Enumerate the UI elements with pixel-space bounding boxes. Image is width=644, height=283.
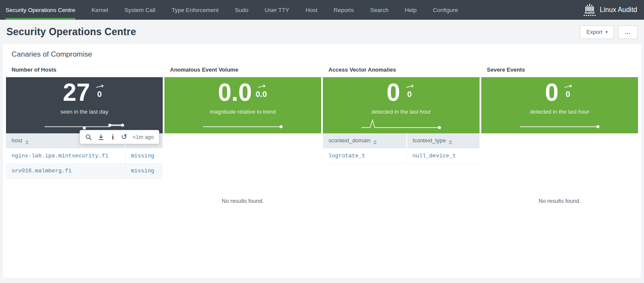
nav-item-configure[interactable]: Configure (433, 0, 458, 20)
nav-item-host[interactable]: Host (305, 0, 317, 20)
panel-title: Severe Events (481, 64, 638, 77)
no-results-message: No results found. (481, 133, 638, 204)
panel-hover-toolbar: i ↺ <1m ago (80, 130, 159, 144)
refresh-icon[interactable]: ↺ (121, 133, 127, 141)
nav-item-security-operations-centre[interactable]: Security Operations Centre (6, 0, 75, 20)
panel-title: Anomalous Event Volume (164, 64, 321, 77)
kpi-subtitle: detected in the last hour (530, 108, 590, 115)
trend-arrow-icon: → (253, 78, 268, 91)
sparkline-chart (203, 119, 283, 132)
nav-item-user-tty[interactable]: User TTY (265, 0, 289, 20)
kpi-subtitle: magnitude relative to trend (210, 108, 276, 115)
kpi-access-vector-anomalies[interactable]: 0 → 0 detected in the last hour (323, 77, 480, 133)
chevron-down-icon: ▾ (605, 30, 608, 34)
column-header-tcontext-type[interactable]: tcontext_type (407, 133, 480, 148)
anomalies-table: scontext_domain tcontext_type logrotate_… (323, 133, 480, 164)
kpi-subtitle: detected in the last hour (372, 108, 431, 115)
results-anomalous-event-volume: No results found. (164, 133, 321, 278)
search-icon[interactable] (85, 133, 92, 141)
kpi-value: 27 (63, 80, 90, 105)
more-actions-button[interactable]: ... (618, 25, 638, 39)
results-access-vector-anomalies: scontext_domain tcontext_type logrotate_… (323, 133, 480, 278)
kpi-subtitle: seen in the last day (60, 108, 108, 115)
tcontext-cell[interactable]: null_device_t (407, 148, 480, 163)
panel-title: Number of Hosts (6, 64, 163, 77)
page-footer-strip (0, 278, 644, 283)
download-icon[interactable] (98, 133, 104, 141)
nav-item-type-enforcement[interactable]: Type Enforcement (172, 0, 219, 20)
nav-item-help[interactable]: Help (405, 0, 417, 20)
dashboard-body: Canaries of Compromise Number of Hosts 2… (3, 44, 641, 278)
panel-access-vector-anomalies: Access Vector Anomalies 0 → 0 detected i… (323, 64, 480, 278)
export-button-label: Export (586, 29, 602, 35)
host-cell[interactable]: nginx-lab.ipa.mintsecurity.fi (6, 148, 125, 163)
panel-title: Access Vector Anomalies (323, 64, 480, 77)
nav-item-reports[interactable]: Reports (334, 0, 354, 20)
logo-text: Auditd (584, 11, 594, 15)
sort-icon (25, 140, 29, 145)
table-row: nginx-lab.ipa.mintsecurity.fi missing (6, 148, 163, 163)
table-row: srv016.malmberg.fi missing (6, 163, 163, 178)
kpi-anomalous-event-volume[interactable]: 0.0 → 0.0 magnitude relative to trend (164, 77, 321, 133)
nav-item-search[interactable]: Search (370, 0, 389, 20)
panel-number-of-hosts: Number of Hosts 27 → 0 seen in the last … (6, 64, 163, 278)
more-actions-label: ... (625, 29, 631, 35)
nav-item-kernel[interactable]: Kernel (92, 0, 108, 20)
sparkline-chart (361, 119, 441, 132)
host-cell[interactable]: srv016.malmberg.fi (6, 163, 125, 178)
kpi-number-of-hosts[interactable]: 27 → 0 seen in the last day (6, 77, 163, 133)
kpi-value: 0.0 (218, 80, 252, 105)
page-title: Security Operations Centre (6, 26, 136, 38)
no-results-message: No results found. (164, 133, 321, 204)
panel-severe-events: Severe Events 0 → 0 detected in the last… (481, 64, 638, 278)
kpi-severe-events[interactable]: 0 → 0 detected in the last hour (481, 77, 638, 133)
value-cell[interactable]: missing (125, 163, 163, 178)
sparkline-chart (520, 119, 599, 132)
app-navbar: Security Operations Centre Kernel System… (0, 0, 644, 20)
column-header-scontext-domain[interactable]: scontext_domain (323, 133, 407, 148)
trend-arrow-icon: → (92, 78, 107, 91)
nav-item-system-call[interactable]: System Call (125, 0, 155, 20)
app-name-label: Linux Auditd (600, 6, 637, 14)
trend-arrow-icon: → (561, 78, 575, 91)
value-cell[interactable]: missing (125, 148, 163, 163)
refresh-age-label: <1m ago (133, 134, 154, 140)
scontext-cell[interactable]: logrotate_t (323, 148, 407, 163)
section-title: Canaries of Compromise (3, 44, 641, 64)
results-severe-events: No results found. (481, 133, 638, 278)
panel-anomalous-event-volume: Anomalous Event Volume 0.0 → 0.0 magnitu… (164, 64, 321, 278)
kpi-value: 0 (387, 80, 400, 105)
kpi-value: 0 (545, 80, 559, 105)
auditd-logo-icon: Auditd (584, 4, 596, 16)
table-row: logrotate_t null_device_t (323, 148, 480, 163)
dashboard-title-bar: Security Operations Centre Export ▾ ... (0, 20, 644, 44)
results-number-of-hosts: host nginx-lab.ipa.mintsecurity.fi missi… (6, 133, 163, 278)
info-icon[interactable]: i (110, 133, 116, 141)
export-button[interactable]: Export ▾ (580, 25, 614, 39)
sort-icon (373, 140, 377, 145)
sort-icon (449, 140, 452, 145)
app-brand: Auditd Linux Auditd (584, 0, 644, 20)
panel-row: Number of Hosts 27 → 0 seen in the last … (3, 64, 641, 278)
nav-item-sudo[interactable]: Sudo (235, 0, 248, 20)
trend-arrow-icon: → (402, 78, 417, 91)
